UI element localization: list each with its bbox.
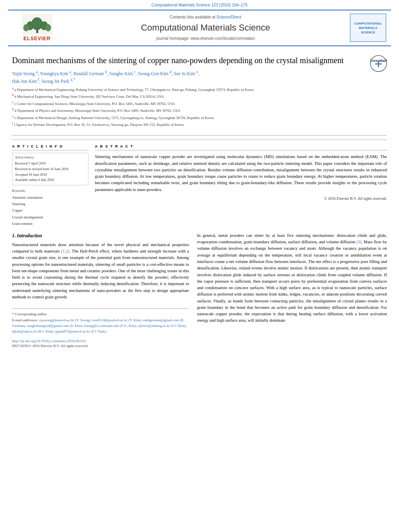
info-abstract-section: A R T I C L E I N F O Article history: R… — [12, 140, 387, 227]
history-item-2: Accepted 18 June 2016 — [15, 172, 86, 178]
affil-a: a a Department of Mechanical Engineering… — [12, 86, 366, 93]
contents-text: Contents lists available at — [170, 15, 215, 19]
keywords-title: Keywords: — [12, 189, 88, 193]
issn-section: 0927-0256/© 2016 Elsevier B.V. All right… — [12, 343, 189, 349]
crossmark-section: CrossMark — [370, 55, 387, 74]
history-item-3: Available online 6 July 2016 — [15, 177, 86, 183]
elsevier-tree-icon — [22, 14, 52, 35]
corresponding-author-note: * Corresponding author. — [12, 311, 189, 317]
keyword-2: Copper — [12, 207, 88, 214]
email-note: E-mail addresses: yjsseong@postech.ac.kr… — [12, 317, 189, 335]
abstract-column: A B S T R A C T Sintering mechanisms of … — [95, 144, 387, 227]
elsevier-logo: ELSEVIER — [13, 14, 61, 42]
abstract-text: Sintering mechanisms of nanoscale copper… — [95, 154, 387, 193]
keyword-1: Sintering — [12, 201, 88, 207]
footnote-section: * Corresponding author. E-mail addresses… — [12, 308, 189, 335]
copyright-text: © 2016 Elsevier B.V. All rights reserved… — [95, 196, 387, 201]
introduction-section: 1. Introduction Nanostructured materials… — [12, 232, 387, 349]
main-content: Dominant mechanisms of the sintering of … — [0, 46, 399, 353]
title-authors-block: Dominant mechanisms of the sintering of … — [12, 55, 366, 131]
authors-text: Yujin Seong a, Youngkyu Kim a, Randall G… — [12, 71, 199, 84]
elsevier-label: ELSEVIER — [23, 35, 50, 42]
keyword-3: Crystal misalignment — [12, 214, 88, 220]
intro-right-text: In general, metal powders can sinter by … — [197, 232, 387, 324]
abstract-title: A B S T R A C T — [95, 144, 387, 151]
article-title-section: Dominant mechanisms of the sintering of … — [12, 50, 387, 136]
sciencedirect-link[interactable]: ScienceDirect — [216, 15, 241, 19]
affiliations-block: a a Department of Mechanical Engineering… — [12, 86, 366, 128]
affil-b: b b Mechanical Engineering, San Diego St… — [12, 93, 366, 100]
intro-title: 1. Introduction — [12, 232, 189, 239]
history-title: Article history: — [15, 155, 86, 160]
journal-center-info: Contents lists available at ScienceDirec… — [61, 14, 350, 41]
crossmark-icon: CrossMark — [370, 55, 387, 72]
affil-e: e e Department of Mechanical Design, And… — [12, 114, 366, 121]
authors-line: Yujin Seong a, Youngkyu Kim a, Randall G… — [12, 69, 366, 84]
svg-point-6 — [45, 24, 51, 31]
journal-logo-text: COMPUTATIONAL MATERIALS SCIENCE — [354, 21, 382, 35]
journal-ref-text: Computational Materials Science 123 (201… — [151, 3, 247, 7]
affil-d: d d Department of Physics and Astronomy,… — [12, 107, 366, 114]
affil-f: f f Agency for Defense Development, P.O.… — [12, 121, 366, 128]
intro-left-text: Nanostructured materials draw attention … — [12, 242, 189, 300]
journal-homepage: journal homepage: www.elsevier.com/locat… — [61, 36, 350, 41]
doi-section: http://dx.doi.org/10.1016/j.commatsci.20… — [12, 339, 189, 344]
journal-title: Computational Materials Science — [61, 22, 350, 34]
journal-logo: COMPUTATIONAL MATERIALS SCIENCE — [350, 14, 386, 42]
article-info-title: A R T I C L E I N F O — [12, 144, 88, 151]
article-history: Article history: Received 1 April 2016 R… — [12, 153, 88, 185]
article-info-column: A R T I C L E I N F O Article history: R… — [12, 144, 88, 227]
history-item-0: Received 1 April 2016 — [15, 161, 86, 166]
keywords-block: Keywords: Atomistic simulation Sintering… — [12, 189, 88, 227]
keyword-4: Grain rotation — [12, 220, 88, 227]
journal-header: ELSEVIER Contents lists available at Sci… — [8, 10, 391, 46]
intro-right-col: In general, metal powders can sinter by … — [197, 232, 387, 349]
svg-point-5 — [23, 24, 29, 31]
article-title: Dominant mechanisms of the sintering of … — [12, 55, 366, 66]
keyword-0: Atomistic simulation — [12, 194, 88, 201]
journal-reference-bar: Computational Materials Science 123 (201… — [0, 0, 399, 10]
history-item-1: Received in revised form 16 June 2016 — [15, 166, 86, 172]
affil-c: c c Center for Computational Sciences, M… — [12, 100, 366, 107]
intro-left-col: 1. Introduction Nanostructured materials… — [12, 232, 189, 349]
